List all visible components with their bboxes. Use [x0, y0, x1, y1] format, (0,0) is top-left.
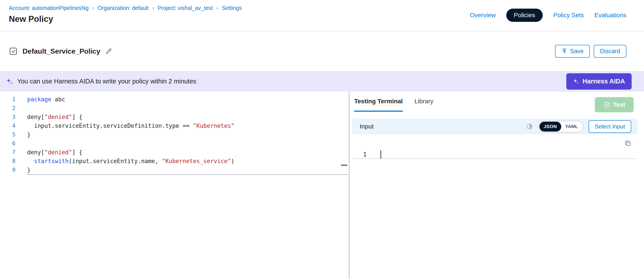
policy-check-icon [9, 47, 18, 56]
aida-banner: You can use Harness AIDA to write your p… [0, 71, 644, 92]
code-text [16, 139, 27, 148]
select-input-button-label: Select Input [595, 123, 625, 130]
select-input-button[interactable]: Select Input [588, 120, 631, 133]
copy-icon[interactable] [624, 140, 632, 147]
policy-name: Default_Service_Policy [22, 47, 100, 56]
half-filled-circle-icon[interactable] [526, 123, 533, 130]
chevron-right-icon: › [216, 5, 218, 11]
save-button-label: Save [570, 48, 584, 55]
harness-aida-button[interactable]: Harness AIDA [566, 73, 632, 90]
input-label: Input [360, 123, 374, 130]
sparkles-icon [6, 78, 13, 85]
tab-library[interactable]: Library [414, 98, 434, 105]
test-button[interactable]: Test [595, 97, 634, 112]
tab-policies[interactable]: Policies [506, 8, 542, 22]
overview-ruler-cursor-mark [341, 165, 347, 166]
code-text: } [16, 166, 31, 174]
text-cursor [380, 150, 381, 159]
line-number: 3 [0, 112, 16, 122]
format-yaml-toggle[interactable]: YAML [561, 124, 582, 129]
line-number: 7 [0, 148, 16, 157]
chevron-right-icon: › [92, 5, 94, 11]
line-number: 5 [0, 130, 16, 139]
breadcrumb-account[interactable]: Account: automationPipelinesNg [9, 5, 88, 11]
terminal-tabs: Testing Terminal Library Test [349, 92, 644, 119]
input-section-header: Input JSON YAML Select Input [352, 119, 638, 134]
page-header: Account: automationPipelinesNg › Organiz… [0, 0, 644, 31]
main-content: 1package abc23deny["denied"] {4 input.se… [0, 92, 644, 279]
code-text: package abc [16, 95, 65, 104]
line-number: 1 [352, 150, 366, 158]
harness-aida-button-label: Harness AIDA [583, 78, 625, 85]
discard-button-label: Discard [600, 48, 620, 55]
line-number: 1 [0, 95, 16, 104]
line-number: 6 [0, 139, 16, 148]
edit-pencil-icon[interactable] [105, 48, 112, 55]
code-line[interactable]: 6 [0, 139, 349, 148]
format-json-toggle[interactable]: JSON [540, 122, 561, 132]
code-text: } [16, 130, 31, 139]
code-line[interactable]: 7deny["denied"] { [0, 148, 349, 157]
code-text: deny["denied"] { [16, 148, 82, 157]
header-tabs: Overview Policies Policy Sets Evaluation… [470, 8, 626, 22]
tab-testing-terminal[interactable]: Testing Terminal [354, 98, 403, 112]
sparkles-icon [573, 78, 579, 84]
code-line[interactable]: 1package abc [0, 95, 349, 104]
policy-code-editor[interactable]: 1package abc23deny["denied"] {4 input.se… [0, 92, 349, 279]
code-text: startswith(input.serviceEntity.name, "Ku… [16, 157, 234, 166]
line-number: 2 [0, 104, 16, 112]
breadcrumb-settings[interactable]: Settings [222, 5, 242, 11]
code-line[interactable]: 3deny["denied"] { [0, 112, 349, 122]
input-editor-line[interactable]: 1 [352, 150, 637, 159]
current-line-border [27, 174, 348, 175]
upload-arrow-icon [561, 48, 568, 54]
policy-title-group: Default_Service_Policy [9, 47, 112, 56]
aida-message: You can use Harness AIDA to write your p… [17, 78, 196, 85]
code-line[interactable]: 2 [0, 104, 349, 112]
breadcrumb-organization[interactable]: Organization: default [98, 5, 148, 11]
tab-evaluations[interactable]: Evaluations [594, 12, 626, 19]
policy-toolbar: Default_Service_Policy Save Discard [0, 31, 644, 71]
play-circle-icon [603, 101, 610, 108]
code-text: input.serviceEntity.serviceDefinition.ty… [16, 122, 234, 130]
code-line[interactable]: 5} [0, 130, 349, 139]
code-text [16, 104, 27, 112]
input-json-editor[interactable]: 1 [349, 134, 644, 178]
line-number: 8 [0, 157, 16, 166]
code-line[interactable]: 4 input.serviceEntity.serviceDefinition.… [0, 122, 349, 130]
code-line[interactable]: 9} [0, 166, 349, 174]
chevron-right-icon: › [152, 5, 154, 11]
code-text: deny["denied"] { [16, 112, 82, 122]
input-header-actions: JSON YAML Select Input [526, 120, 631, 133]
code-lines: 1package abc23deny["denied"] {4 input.se… [0, 92, 349, 174]
test-button-label: Test [613, 101, 625, 108]
toolbar-buttons: Save Discard [555, 45, 626, 58]
discard-button[interactable]: Discard [594, 45, 626, 58]
format-toggle: JSON YAML [538, 121, 583, 132]
save-button[interactable]: Save [555, 45, 590, 58]
tab-overview[interactable]: Overview [470, 12, 496, 19]
breadcrumb-project[interactable]: Project: vishal_av_test [158, 5, 213, 11]
code-line[interactable]: 8 startswith(input.serviceEntity.name, "… [0, 157, 349, 166]
line-number: 4 [0, 122, 16, 130]
line-number: 9 [0, 166, 16, 174]
testing-terminal-panel: Testing Terminal Library Test Input [349, 92, 644, 279]
tab-policy-sets[interactable]: Policy Sets [553, 12, 584, 19]
